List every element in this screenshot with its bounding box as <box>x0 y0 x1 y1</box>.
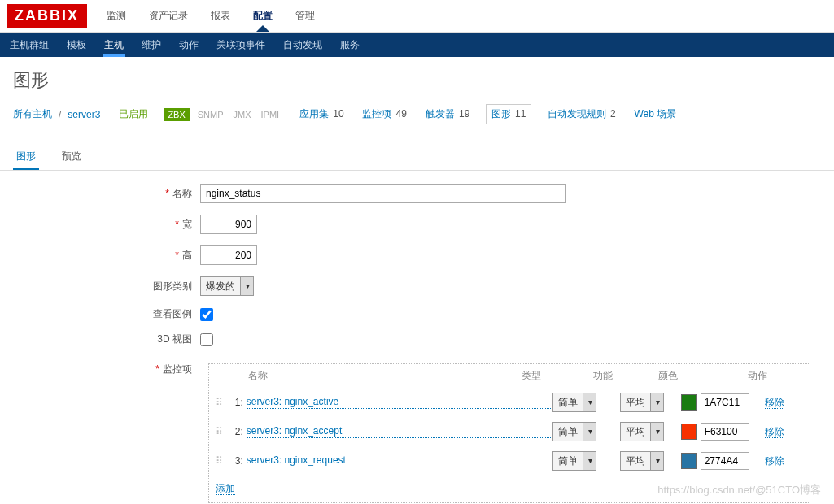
drag-handle-icon[interactable]: ⠿ <box>216 397 228 408</box>
chevron-down-icon: ▾ <box>583 423 596 441</box>
subnav-hosts[interactable]: 主机 <box>103 33 125 57</box>
color-input[interactable] <box>701 423 749 441</box>
view3d-checkbox[interactable] <box>200 333 213 346</box>
height-input[interactable] <box>200 245 257 265</box>
chevron-down-icon: ▾ <box>583 452 596 470</box>
tag-zbx: ZBX <box>164 108 189 121</box>
item-row: ⠿1:server3: nginx_active简单▾平均▾移除 <box>209 388 810 417</box>
topnav-config[interactable]: 配置 <box>250 1 276 31</box>
topnav-inventory[interactable]: 资产记录 <box>146 1 191 31</box>
remove-link[interactable]: 移除 <box>765 397 784 409</box>
item-row: ⠿3:server3: nginx_request简单▾平均▾移除 <box>209 446 810 476</box>
header-color: 颜色 <box>658 369 748 383</box>
subnav-services[interactable]: 服务 <box>338 33 361 57</box>
legend-checkbox[interactable] <box>200 308 213 321</box>
topnav-admin[interactable]: 管理 <box>292 1 318 31</box>
label-name: 名称 <box>172 188 192 199</box>
color-swatch[interactable] <box>681 394 697 411</box>
topnav-monitor[interactable]: 监测 <box>103 1 129 31</box>
subnav-actions[interactable]: 动作 <box>177 33 200 57</box>
chevron-down-icon: ▾ <box>650 393 663 411</box>
item-name-link[interactable]: server3: nginx_request <box>247 454 552 467</box>
item-func-select[interactable]: 平均▾ <box>620 393 664 412</box>
header-func: 功能 <box>593 369 658 383</box>
chevron-down-icon: ▾ <box>650 452 663 470</box>
item-name-link[interactable]: server3: nginx_accept <box>247 425 552 438</box>
chevron-down-icon: ▾ <box>583 393 596 411</box>
color-swatch[interactable] <box>681 424 697 440</box>
count-triggers[interactable]: 触发器 19 <box>426 107 470 121</box>
item-row: ⠿2:server3: nginx_accept简单▾平均▾移除 <box>209 417 810 446</box>
tab-graph[interactable]: 图形 <box>13 145 39 170</box>
color-swatch[interactable] <box>681 453 697 469</box>
chevron-down-icon: ▾ <box>240 277 253 295</box>
tag-jmx: JMX <box>232 108 253 121</box>
host-state: 已启用 <box>119 107 148 121</box>
tag-ipmi: IPMI <box>260 108 282 121</box>
item-index: 3: <box>228 455 247 467</box>
page-title: 图形 <box>0 57 834 101</box>
logo: ZABBIX <box>7 4 87 28</box>
breadcrumb-host[interactable]: server3 <box>68 109 100 120</box>
topnav-reports[interactable]: 报表 <box>207 1 234 31</box>
item-index: 1: <box>228 397 247 408</box>
count-web[interactable]: Web 场景 <box>634 107 676 121</box>
header-name: 名称 <box>216 369 522 383</box>
tab-preview[interactable]: 预览 <box>59 145 85 170</box>
width-input[interactable] <box>200 215 257 234</box>
color-input[interactable] <box>701 393 749 411</box>
graph-type-value: 爆发的 <box>201 280 240 293</box>
item-type-select[interactable]: 简单▾ <box>552 422 596 441</box>
label-3d: 3D 视图 <box>157 333 192 345</box>
tabs: 图形 预览 <box>0 138 834 171</box>
graph-type-select[interactable]: 爆发的 ▾ <box>200 276 254 296</box>
breadcrumb-allhosts[interactable]: 所有主机 <box>13 107 52 121</box>
drag-handle-icon[interactable]: ⠿ <box>216 426 228 437</box>
item-type-select[interactable]: 简单▾ <box>552 393 596 412</box>
remove-link[interactable]: 移除 <box>765 426 784 438</box>
count-items[interactable]: 监控项 49 <box>362 107 407 121</box>
sub-nav: 主机群组 模板 主机 维护 动作 关联项事件 自动发现 服务 <box>0 33 834 57</box>
label-height: 高 <box>182 250 192 261</box>
remove-link[interactable]: 移除 <box>765 455 784 467</box>
label-items: 监控项 <box>163 363 192 375</box>
name-input[interactable] <box>200 184 566 203</box>
header-action: 动作 <box>748 369 788 383</box>
item-index: 2: <box>228 426 247 437</box>
subnav-correlation[interactable]: 关联项事件 <box>215 33 267 57</box>
subnav-maintenance[interactable]: 维护 <box>140 33 163 57</box>
color-input[interactable] <box>701 452 749 470</box>
watermark: https://blog.csdn.net/@51CTO博客 <box>657 483 821 497</box>
subnav-hostgroups[interactable]: 主机群组 <box>8 33 50 57</box>
breadcrumb-sep: / <box>59 109 61 120</box>
add-item-link[interactable]: 添加 <box>216 483 235 495</box>
breadcrumb: 所有主机 / server3 已启用 ZBX SNMP JMX IPMI 应用集… <box>0 101 834 133</box>
header-type: 类型 <box>522 369 593 383</box>
count-graphs[interactable]: 图形 11 <box>486 104 532 124</box>
item-func-select[interactable]: 平均▾ <box>620 451 664 471</box>
label-type: 图形类别 <box>153 280 192 292</box>
subnav-templates[interactable]: 模板 <box>65 33 88 57</box>
count-apps[interactable]: 应用集 10 <box>299 107 344 121</box>
item-func-select[interactable]: 平均▾ <box>620 422 664 441</box>
subnav-discovery[interactable]: 自动发现 <box>282 33 324 57</box>
label-width: 宽 <box>182 219 192 230</box>
item-type-select[interactable]: 简单▾ <box>552 451 596 471</box>
drag-handle-icon[interactable]: ⠿ <box>216 455 228 467</box>
count-discovery[interactable]: 自动发现规则 2 <box>548 107 616 121</box>
chevron-down-icon: ▾ <box>650 423 663 441</box>
top-nav: 监测 资产记录 报表 配置 管理 <box>103 1 318 31</box>
item-name-link[interactable]: server3: nginx_active <box>247 396 552 409</box>
label-legend: 查看图例 <box>153 308 192 319</box>
tag-snmp: SNMP <box>196 108 225 121</box>
